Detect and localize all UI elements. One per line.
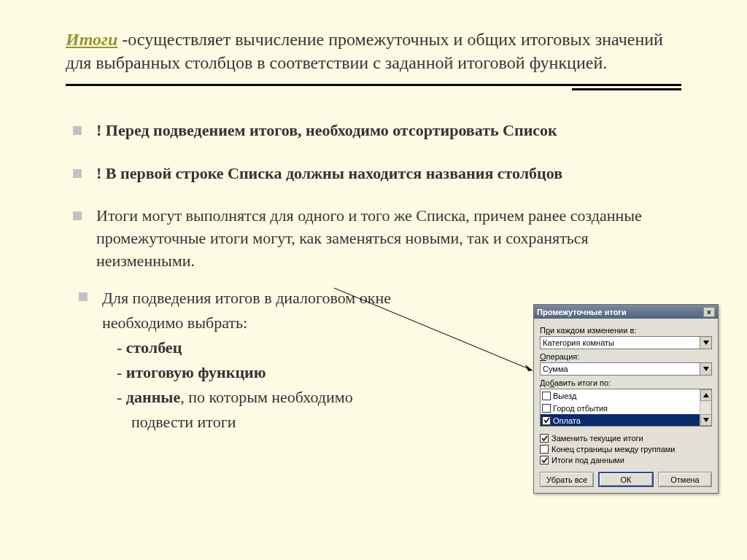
scrollbar[interactable] bbox=[700, 389, 711, 426]
svg-marker-3 bbox=[703, 367, 709, 371]
close-icon[interactable]: × bbox=[703, 307, 715, 317]
sub-prefix: - bbox=[117, 363, 126, 381]
checkbox-icon[interactable] bbox=[542, 404, 551, 413]
ok-button[interactable]: ОК bbox=[598, 472, 654, 487]
title-word: Итоги bbox=[66, 30, 117, 49]
lower-intro-line1: Для подведения итогов в диалоговом окне bbox=[102, 289, 391, 307]
dialog-buttons: Убрать все ОК Отмена bbox=[540, 472, 712, 487]
label-part: П bbox=[540, 326, 546, 335]
checkbox-pagebreak[interactable]: Конец страницы между группами bbox=[540, 445, 712, 454]
header-paragraph: Итоги -осуществляет вычисление промежуто… bbox=[66, 28, 681, 75]
sub-prefix: - bbox=[117, 338, 126, 357]
list-item[interactable]: Оплата bbox=[541, 414, 711, 427]
label-part: и каждом изменении в: bbox=[550, 326, 636, 335]
sub-prefix: - bbox=[117, 388, 126, 406]
header-block: Итоги -осуществляет вычисление промежуто… bbox=[66, 28, 681, 90]
remove-all-button[interactable]: Убрать все bbox=[540, 472, 594, 487]
label-change-in: При каждом изменении в: bbox=[540, 326, 712, 335]
scroll-up-icon[interactable] bbox=[700, 389, 712, 401]
label-part: Итоги bbox=[551, 456, 575, 464]
list-item: ! Перед подведением итогов, необходимо о… bbox=[66, 120, 681, 142]
label-add-totals: Добавить итоги по: bbox=[540, 378, 712, 387]
list-item: Итоги могут выполнятся для одного и того… bbox=[66, 205, 681, 272]
sub-bold: данные bbox=[126, 388, 180, 406]
sub-rest: , по которым необходимо bbox=[180, 388, 352, 406]
combo-value: Категория комнаты bbox=[543, 338, 614, 347]
checkbox-icon[interactable] bbox=[542, 416, 551, 425]
combo-value: Сумма bbox=[543, 365, 568, 373]
svg-marker-2 bbox=[703, 341, 709, 345]
checkbox-group: Заменить текущие итоги Конец страницы ме… bbox=[540, 434, 712, 464]
dialog-title: Промежуточные итоги bbox=[537, 308, 627, 316]
checkbox-label: Итоги под данными bbox=[551, 456, 624, 464]
listbox-add-totals[interactable]: Выезд Город отбытия Оплата bbox=[540, 389, 712, 427]
list-item[interactable]: Выезд bbox=[541, 389, 711, 402]
checkbox-replace[interactable]: Заменить текущие итоги bbox=[540, 434, 712, 443]
label-part: До bbox=[540, 378, 550, 387]
svg-marker-5 bbox=[703, 418, 709, 422]
label-underline: О bbox=[540, 352, 546, 361]
label-part: онец страницы между группами bbox=[556, 445, 675, 454]
lower-intro-line2: необходимо выбрать: bbox=[102, 314, 247, 332]
checkbox-label: Конец страницы между группами bbox=[551, 445, 675, 454]
checkbox-icon[interactable] bbox=[540, 456, 549, 464]
chevron-down-icon[interactable] bbox=[700, 337, 711, 349]
dialog-titlebar[interactable]: Промежуточные итоги × bbox=[534, 305, 718, 319]
list-item: ! В первой строке Списка должны находитс… bbox=[66, 163, 681, 185]
list-item-label: Город отбытия bbox=[553, 404, 608, 413]
label-part: авить итоги по: bbox=[554, 378, 611, 387]
list-item-label: Выезд bbox=[553, 392, 576, 400]
checkbox-icon[interactable] bbox=[540, 445, 549, 454]
label-part: аменить текущие итоги bbox=[557, 434, 643, 443]
divider bbox=[66, 84, 681, 90]
label-underline: З bbox=[551, 434, 557, 443]
checkbox-below-data[interactable]: Итоги под данными bbox=[540, 456, 712, 464]
list-item-label: Оплата bbox=[553, 416, 581, 425]
chevron-down-icon[interactable] bbox=[700, 363, 711, 375]
label-operation: Операция: bbox=[540, 352, 712, 361]
subtotals-dialog: Промежуточные итоги × При каждом изменен… bbox=[533, 304, 719, 494]
dialog-body: При каждом изменении в: Категория комнат… bbox=[534, 319, 718, 493]
checkbox-icon[interactable] bbox=[540, 434, 549, 443]
svg-marker-4 bbox=[703, 393, 709, 397]
cancel-button[interactable]: Отмена bbox=[658, 472, 712, 487]
label-part: перация: bbox=[546, 352, 580, 361]
title-rest: -осуществляет вычисление промежуточных и… bbox=[66, 30, 663, 72]
checkbox-label: Заменить текущие итоги bbox=[551, 434, 643, 443]
sub-bold: итоговую функцию bbox=[126, 363, 266, 381]
combo-operation[interactable]: Сумма bbox=[540, 362, 712, 376]
bullet-list: ! Перед подведением итогов, необходимо о… bbox=[66, 120, 681, 273]
combo-change-in[interactable]: Категория комнаты bbox=[540, 336, 712, 349]
scroll-down-icon[interactable] bbox=[700, 414, 712, 426]
checkbox-icon[interactable] bbox=[542, 392, 551, 400]
sub-bold: столбец bbox=[126, 338, 182, 357]
label-part: од данными bbox=[579, 456, 624, 464]
list-item[interactable]: Город отбытия bbox=[541, 402, 711, 414]
